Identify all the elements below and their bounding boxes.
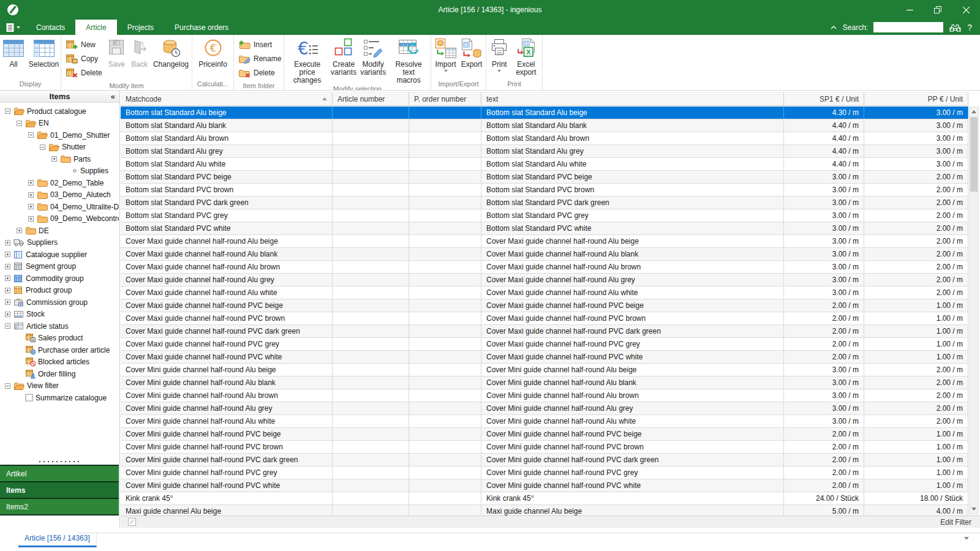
- menu-tab-article[interactable]: Article: [75, 20, 116, 35]
- changelog-button[interactable]: Changelog: [151, 36, 190, 81]
- help-icon[interactable]: ?: [967, 23, 972, 32]
- menu-tab-contacts[interactable]: Contacts: [26, 20, 75, 35]
- tree-item-de[interactable]: DE: [0, 225, 119, 237]
- table-row[interactable]: Cover Maxi guide channel half-round Alu …: [121, 248, 968, 261]
- table-row[interactable]: Cover Maxi guide channel half-round Alu …: [121, 235, 968, 248]
- excel-export-button[interactable]: X Excel export: [511, 36, 541, 80]
- table-row[interactable]: Bottom slat Standard PVC dark greenBotto…: [121, 197, 968, 209]
- tree-item-04-demo-ultralite-doors[interactable]: 04_Demo_Ultralite-Doors: [0, 201, 119, 213]
- execute-price-changes-button[interactable]: € Execute price changes: [285, 36, 329, 84]
- tree-item-product-group[interactable]: Product group: [0, 285, 119, 297]
- table-row[interactable]: Bottom slat Standard Alu beigeBottom sla…: [121, 107, 968, 119]
- import-button[interactable]: Import: [432, 36, 459, 80]
- tree-item-02-demo-table[interactable]: 02_Demo_Table: [0, 177, 119, 189]
- export-button[interactable]: Export: [459, 36, 484, 80]
- table-row[interactable]: Cover Mini guide channel half-round PVC …: [121, 428, 968, 441]
- table-row[interactable]: Cover Maxi guide channel half-round PVC …: [121, 351, 968, 364]
- tree-item-purchase-order-article[interactable]: Purchase order article: [0, 344, 119, 356]
- save-button[interactable]: Save: [105, 36, 128, 81]
- tree-expand-icon[interactable]: [17, 228, 22, 233]
- modify-variants-button[interactable]: Modify variants: [358, 36, 388, 84]
- table-row[interactable]: Cover Maxi guide channel half-round PVC …: [121, 312, 968, 325]
- sidebar-view-button-items[interactable]: Items: [0, 481, 119, 498]
- tree-item-product-catalogue[interactable]: Product catalogue: [0, 105, 119, 118]
- table-row[interactable]: Maxi guide channel Alu beigeMaxi guide c…: [121, 505, 968, 515]
- table-row[interactable]: Cover Maxi guide channel half-round PVC …: [121, 299, 968, 312]
- main-menu-button[interactable]: [0, 20, 26, 35]
- rename-folder-button[interactable]: Rename: [236, 53, 283, 64]
- back-button[interactable]: Back: [127, 36, 151, 81]
- tree-item-03-demo-alutech[interactable]: 03_Demo_Alutech: [0, 189, 119, 201]
- column-header-matchcode[interactable]: Matchcode: [121, 92, 333, 105]
- tree-item-article-status[interactable]: Article status: [0, 320, 119, 332]
- minimize-button[interactable]: [895, 0, 924, 20]
- tree-collapse-icon[interactable]: [5, 383, 10, 389]
- tree-item-en[interactable]: EN: [0, 118, 119, 130]
- tree-item-blocked-articles[interactable]: Blocked articles: [0, 356, 119, 369]
- close-button[interactable]: [952, 0, 980, 20]
- tree-collapse-icon[interactable]: [40, 144, 45, 150]
- table-row[interactable]: Cover Maxi guide channel half-round Alu …: [121, 274, 968, 287]
- tree-expand-icon[interactable]: [28, 192, 34, 198]
- tree-item-commission-group[interactable]: Commission group: [0, 296, 119, 309]
- copy-button[interactable]: Copy: [64, 53, 104, 64]
- search-input[interactable]: [873, 22, 943, 32]
- tree-item-09-demo-webcontrols[interactable]: 09_Demo_Webcontrols: [0, 213, 119, 225]
- print-button[interactable]: Print: [488, 36, 511, 80]
- table-row[interactable]: Bottom slat Standard Alu greyBottom slat…: [121, 145, 968, 158]
- tree-item-view-filter[interactable]: View filter: [0, 380, 119, 392]
- table-row[interactable]: Cover Mini guide channel half-round Alu …: [121, 402, 968, 415]
- splitter-handle[interactable]: [0, 459, 119, 465]
- tree-expand-icon[interactable]: [28, 216, 34, 222]
- column-header-pp-unit[interactable]: PP € / Unit: [864, 92, 968, 105]
- tree-item-segment-group[interactable]: Segment group: [0, 261, 119, 273]
- tree-collapse-icon[interactable]: [28, 132, 34, 138]
- tab-list-dropdown-icon[interactable]: [964, 537, 969, 540]
- table-row[interactable]: Cover Mini guide channel half-round Alu …: [121, 415, 968, 428]
- table-row[interactable]: Cover Maxi guide channel half-round PVC …: [121, 325, 968, 338]
- table-row[interactable]: Bottom slat Standard Alu whiteBottom sla…: [121, 158, 968, 171]
- column-header-p-order-number[interactable]: P. order number: [409, 92, 481, 105]
- table-row[interactable]: Cover Mini guide channel half-round PVC …: [121, 467, 968, 479]
- binoculars-icon[interactable]: [949, 22, 962, 32]
- vertical-scrollbar[interactable]: [969, 107, 979, 514]
- tree-expand-icon[interactable]: [5, 276, 10, 281]
- table-row[interactable]: Cover Mini guide channel half-round Alu …: [121, 364, 968, 377]
- sidebar-view-button-items2[interactable]: Items2: [0, 498, 119, 514]
- resolve-text-macros-button[interactable]: Resolve text macros: [388, 36, 429, 84]
- tree-item-shutter[interactable]: Shutter: [0, 141, 119, 154]
- tree-item-summarize-catalogue[interactable]: Summarize catalogue: [0, 392, 119, 404]
- menu-tab-projects[interactable]: Projects: [117, 20, 164, 35]
- table-row[interactable]: Bottom slat Standard PVC beigeBottom sla…: [121, 171, 968, 184]
- tree-expand-icon[interactable]: [5, 299, 10, 305]
- tree-expand-icon[interactable]: [5, 240, 10, 246]
- new-button[interactable]: New: [64, 39, 104, 50]
- all-button[interactable]: All: [0, 36, 27, 80]
- tree-expand-icon[interactable]: [5, 264, 10, 269]
- sidebar-collapse-icon[interactable]: «: [111, 92, 115, 101]
- table-row[interactable]: Bottom slat Standard Alu blankBottom sla…: [121, 119, 968, 132]
- table-row[interactable]: Bottom slat Standard Alu brownBottom sla…: [121, 132, 968, 145]
- tree-item-supplies[interactable]: Supplies: [0, 165, 119, 178]
- tree-expand-icon[interactable]: [5, 288, 10, 293]
- delete-item-button[interactable]: Delete: [64, 67, 104, 78]
- delete-folder-button[interactable]: Delete: [236, 67, 283, 78]
- collapse-ribbon-icon[interactable]: [830, 25, 837, 30]
- table-row[interactable]: Cover Mini guide channel half-round Alu …: [121, 389, 968, 402]
- create-variants-button[interactable]: Create variants: [329, 36, 358, 84]
- tree-item-catalogue-supplier[interactable]: Catalogue supplier: [0, 249, 119, 261]
- priceinfo-button[interactable]: € Priceinfo: [197, 36, 229, 80]
- column-header-text[interactable]: text: [481, 92, 784, 105]
- table-row[interactable]: Cover Maxi guide channel half-round Alu …: [121, 287, 968, 299]
- tree-item-stock[interactable]: Stock: [0, 309, 119, 321]
- table-row[interactable]: Cover Mini guide channel half-round PVC …: [121, 454, 968, 467]
- document-tab[interactable]: Article [156 / 14363]: [18, 533, 97, 547]
- restore-button[interactable]: [924, 0, 952, 20]
- tree-collapse-icon[interactable]: [5, 108, 10, 114]
- menu-tab-purchase-orders[interactable]: Purchase orders: [164, 20, 239, 35]
- tree-item-sales-product[interactable]: Sales product: [0, 332, 119, 345]
- tree-item-order-filling[interactable]: Order filling: [0, 368, 119, 380]
- selection-button[interactable]: Selection: [27, 36, 61, 80]
- insert-folder-button[interactable]: Insert: [236, 39, 283, 50]
- scroll-down-icon[interactable]: [970, 504, 978, 514]
